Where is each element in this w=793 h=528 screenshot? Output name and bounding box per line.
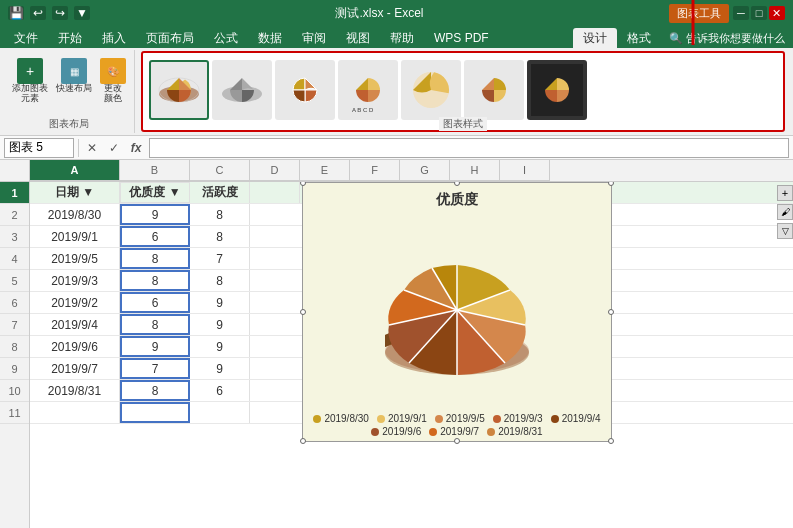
cell-9c[interactable]: 9	[190, 358, 250, 379]
row-num-3[interactable]: 3	[0, 226, 29, 248]
chart-handle-mr[interactable]	[608, 309, 614, 315]
row-num-5[interactable]: 5	[0, 270, 29, 292]
chart-style-5[interactable]	[401, 60, 461, 120]
row-num-2[interactable]: 2	[0, 204, 29, 226]
cell-5a[interactable]: 2019/9/3	[30, 270, 120, 291]
cell-9b[interactable]: 7	[120, 358, 190, 379]
col-header-c[interactable]: C	[190, 160, 250, 181]
col-header-g[interactable]: G	[400, 160, 450, 181]
row-num-11[interactable]: 11	[0, 402, 29, 424]
tab-format[interactable]: 格式	[617, 28, 661, 48]
tab-view[interactable]: 视图	[336, 28, 380, 48]
row-num-6[interactable]: 6	[0, 292, 29, 314]
cell-10c[interactable]: 6	[190, 380, 250, 401]
cell-6b[interactable]: 6	[120, 292, 190, 313]
chart-handle-ml[interactable]	[300, 309, 306, 315]
chart-style-2[interactable]	[212, 60, 272, 120]
cell-8a[interactable]: 2019/9/6	[30, 336, 120, 357]
cell-7b[interactable]: 8	[120, 314, 190, 335]
change-colors-btn[interactable]: 🎨 更改颜色	[98, 56, 128, 106]
tab-formula[interactable]: 公式	[204, 28, 248, 48]
cell-5c[interactable]: 8	[190, 270, 250, 291]
chart-style-7[interactable]	[527, 60, 587, 120]
more-icon[interactable]: ▼	[74, 6, 90, 20]
tab-layout[interactable]: 页面布局	[136, 28, 204, 48]
cell-10a[interactable]: 2019/8/31	[30, 380, 120, 401]
cell-10b[interactable]: 8	[120, 380, 190, 401]
add-chart-element-btn[interactable]: + 添加图表元素	[10, 56, 50, 106]
minimize-icon[interactable]: ─	[733, 6, 749, 20]
row-num-9[interactable]: 9	[0, 358, 29, 380]
chart-handle-br[interactable]	[608, 438, 614, 444]
formula-input[interactable]	[149, 138, 789, 158]
cell-6a[interactable]: 2019/9/2	[30, 292, 120, 313]
col-header-b[interactable]: B	[120, 160, 190, 181]
row-num-4[interactable]: 4	[0, 248, 29, 270]
tab-data[interactable]: 数据	[248, 28, 292, 48]
row-num-8[interactable]: 8	[0, 336, 29, 358]
cell-11c[interactable]	[190, 402, 250, 423]
cell-9a[interactable]: 2019/9/7	[30, 358, 120, 379]
col-header-e[interactable]: E	[300, 160, 350, 181]
name-box[interactable]	[4, 138, 74, 158]
quick-layout-btn[interactable]: ▦ 快速布局	[54, 56, 94, 96]
legend-item: 2019/9/7	[429, 426, 479, 437]
cell-3b[interactable]: 6	[120, 226, 190, 247]
cell-4b[interactable]: 8	[120, 248, 190, 269]
cancel-formula-btn[interactable]: ✕	[83, 139, 101, 157]
tab-insert[interactable]: 插入	[92, 28, 136, 48]
col-header-i[interactable]: I	[500, 160, 550, 181]
chart-style-3[interactable]	[275, 60, 335, 120]
confirm-formula-btn[interactable]: ✓	[105, 139, 123, 157]
row-num-7[interactable]: 7	[0, 314, 29, 336]
chart-styles-items: A B C D	[145, 55, 781, 125]
cell-7c[interactable]: 9	[190, 314, 250, 335]
undo-icon[interactable]: ↩	[30, 6, 46, 20]
cell-4a[interactable]: 2019/9/5	[30, 248, 120, 269]
tab-start[interactable]: 开始	[48, 28, 92, 48]
cell-8c[interactable]: 9	[190, 336, 250, 357]
cell-2c[interactable]: 8	[190, 204, 250, 225]
cell-7a[interactable]: 2019/9/4	[30, 314, 120, 335]
chart-handle-tm[interactable]	[454, 182, 460, 186]
cell-5b[interactable]: 8	[120, 270, 190, 291]
save-icon[interactable]: 💾	[8, 6, 24, 20]
chart-handle-tl[interactable]	[300, 182, 306, 186]
fx-btn[interactable]: fx	[127, 139, 145, 157]
tab-help[interactable]: 帮助	[380, 28, 424, 48]
chart-style-6[interactable]	[464, 60, 524, 120]
cell-11b[interactable]	[120, 402, 190, 423]
chart-handle-bl[interactable]	[300, 438, 306, 444]
cell-2a[interactable]: 2019/8/30	[30, 204, 120, 225]
chart-plus-btn[interactable]: +	[777, 185, 793, 201]
chart-style-4[interactable]: A B C D	[338, 60, 398, 120]
cell-11a[interactable]	[30, 402, 120, 423]
cell-1c[interactable]: 活跃度	[190, 182, 250, 203]
chart-filter-btn[interactable]: ▽	[777, 223, 793, 239]
cell-1b[interactable]: 优质度 ▼	[120, 182, 190, 203]
cell-6c[interactable]: 9	[190, 292, 250, 313]
redo-icon[interactable]: ↪	[52, 6, 68, 20]
cell-3c[interactable]: 8	[190, 226, 250, 247]
cell-8b[interactable]: 9	[120, 336, 190, 357]
tab-file[interactable]: 文件	[4, 28, 48, 48]
tab-wps[interactable]: WPS PDF	[424, 28, 499, 48]
col-header-a[interactable]: A	[30, 160, 120, 181]
chart-container[interactable]: 优质度	[302, 182, 612, 442]
chart-brush-btn[interactable]: 🖌	[777, 204, 793, 220]
cell-3a[interactable]: 2019/9/1	[30, 226, 120, 247]
col-header-f[interactable]: F	[350, 160, 400, 181]
row-num-10[interactable]: 10	[0, 380, 29, 402]
row-num-1[interactable]: 1	[0, 182, 29, 204]
cell-2b[interactable]: 9	[120, 204, 190, 225]
cell-1a[interactable]: 日期 ▼	[30, 182, 120, 203]
col-header-h[interactable]: H	[450, 160, 500, 181]
chart-handle-bm[interactable]	[454, 438, 460, 444]
tab-design[interactable]: 设计	[573, 28, 617, 48]
chart-style-1[interactable]	[149, 60, 209, 120]
tab-review[interactable]: 审阅	[292, 28, 336, 48]
close-icon[interactable]: ✕	[769, 6, 785, 20]
maximize-icon[interactable]: □	[751, 6, 767, 20]
cell-4c[interactable]: 7	[190, 248, 250, 269]
col-header-d[interactable]: D	[250, 160, 300, 181]
